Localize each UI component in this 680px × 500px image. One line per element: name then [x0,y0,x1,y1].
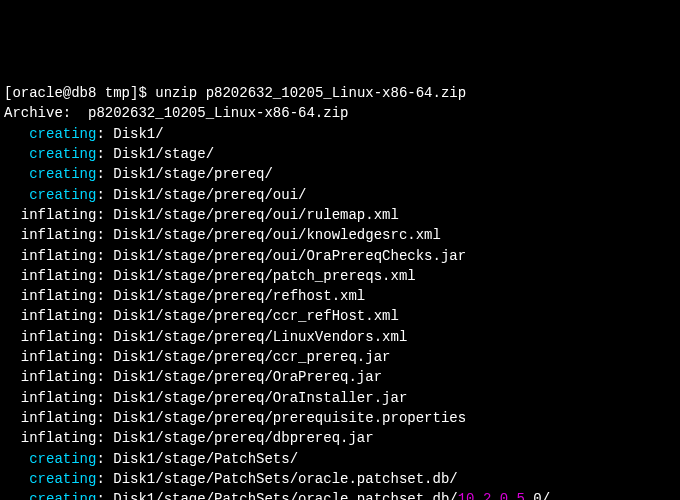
action-creating: creating [4,166,96,182]
output-line: inflating: Disk1/stage/prereq/oui/rulema… [4,205,676,225]
output-line: inflating: Disk1/stage/prereq/oui/OraPre… [4,246,676,266]
prompt-user-host: oracle@db8 tmp [12,85,130,101]
action-creating: creating [4,146,96,162]
output-line: inflating: Disk1/stage/prereq/LinuxVendo… [4,327,676,347]
output-line: creating: Disk1/stage/PatchSets/ [4,449,676,469]
action-inflating: inflating [4,369,96,385]
path: Disk1/stage/prereq/refhost.xml [113,288,365,304]
output-line: inflating: Disk1/stage/prereq/ccr_prereq… [4,347,676,367]
action-inflating: inflating [4,349,96,365]
path: Disk1/stage/prereq/oui/ [113,187,306,203]
path: Disk1/stage/prereq/patch_prereqs.xml [113,268,415,284]
output-line: creating: Disk1/stage/PatchSets/oracle.p… [4,489,676,500]
path: Disk1/stage/ [113,146,214,162]
path: Disk1/stage/PatchSets/ [113,451,298,467]
action-inflating: inflating [4,329,96,345]
output-line: inflating: Disk1/stage/prereq/dbprereq.j… [4,428,676,448]
path-segment: Disk1/stage/PatchSets/oracle.patchset.db… [113,491,457,500]
path-segment: .0/ [525,491,550,500]
output-line: inflating: Disk1/stage/prereq/prerequisi… [4,408,676,428]
path: Disk1/stage/prereq/ [113,166,273,182]
action-creating: creating [4,451,96,467]
output-line: creating: Disk1/stage/prereq/oui/ [4,185,676,205]
output-line: inflating: Disk1/stage/prereq/refhost.xm… [4,286,676,306]
prompt-line: [oracle@db8 tmp]$ unzip p8202632_10205_L… [4,83,676,103]
action-inflating: inflating [4,410,96,426]
action-inflating: inflating [4,390,96,406]
archive-label: Archive: [4,105,88,121]
action-creating: creating [4,491,96,500]
path: Disk1/stage/prereq/prerequisite.properti… [113,410,466,426]
path: Disk1/stage/prereq/dbprereq.jar [113,430,373,446]
path: Disk1/stage/prereq/LinuxVendors.xml [113,329,407,345]
action-inflating: inflating [4,248,96,264]
output-line: inflating: Disk1/stage/prereq/OraPrereq.… [4,367,676,387]
path: Disk1/stage/prereq/ccr_refHost.xml [113,308,399,324]
output-lines: creating: Disk1/ creating: Disk1/stage/ … [4,124,676,500]
output-line: creating: Disk1/stage/prereq/ [4,164,676,184]
path: Disk1/stage/prereq/oui/OraPrereqChecks.j… [113,248,466,264]
output-line: inflating: Disk1/stage/prereq/patch_prer… [4,266,676,286]
action-inflating: inflating [4,308,96,324]
action-inflating: inflating [4,288,96,304]
path: Disk1/ [113,126,163,142]
action-creating: creating [4,187,96,203]
path: Disk1/stage/prereq/ccr_prereq.jar [113,349,390,365]
action-inflating: inflating [4,207,96,223]
path: Disk1/stage/prereq/OraInstaller.jar [113,390,407,406]
path: Disk1/stage/prereq/OraPrereq.jar [113,369,382,385]
path: Disk1/stage/prereq/oui/rulemap.xml [113,207,399,223]
output-line: inflating: Disk1/stage/prereq/oui/knowle… [4,225,676,245]
output-line: creating: Disk1/stage/PatchSets/oracle.p… [4,469,676,489]
output-line: inflating: Disk1/stage/prereq/OraInstall… [4,388,676,408]
action-inflating: inflating [4,268,96,284]
action-inflating: inflating [4,227,96,243]
command-text[interactable]: unzip p8202632_10205_Linux-x86-64.zip [155,85,466,101]
path-version: 10.2.0.5 [458,491,525,500]
action-creating: creating [4,126,96,142]
action-inflating: inflating [4,430,96,446]
output-line: creating: Disk1/stage/ [4,144,676,164]
output-line: creating: Disk1/ [4,124,676,144]
path: Disk1/stage/PatchSets/oracle.patchset.db… [113,471,457,487]
path: Disk1/stage/prereq/oui/knowledgesrc.xml [113,227,441,243]
output-line: inflating: Disk1/stage/prereq/ccr_refHos… [4,306,676,326]
prompt-bracket-close: ]$ [130,85,147,101]
archive-file: p8202632_10205_Linux-x86-64.zip [88,105,348,121]
action-creating: creating [4,471,96,487]
archive-line: Archive: p8202632_10205_Linux-x86-64.zip [4,103,676,123]
